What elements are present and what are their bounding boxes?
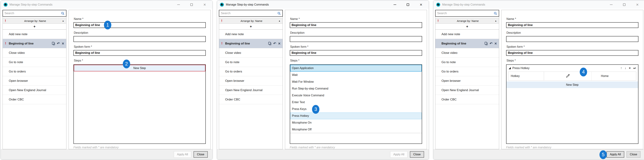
minimize-button[interactable] (609, 2, 614, 7)
name-field[interactable]: Beginning of line (290, 22, 422, 28)
description-field[interactable] (74, 36, 206, 42)
step-option-execute-voice-command[interactable]: Execute Voice Command (290, 92, 422, 99)
sidebar-item-go-to-note[interactable]: Go to note (219, 58, 282, 67)
copy-icon[interactable] (268, 42, 271, 45)
dialog-footer: Apply All Close (217, 149, 429, 160)
close-button[interactable]: Close (410, 151, 424, 158)
apply-all-button[interactable]: Apply All (174, 151, 191, 158)
maximize-icon (190, 3, 193, 6)
step-option-wait[interactable]: Wait (290, 72, 422, 78)
spoken-form-value: Beginning of line (292, 51, 316, 55)
search-input[interactable]: Search (2, 10, 66, 17)
description-field[interactable] (506, 36, 638, 42)
sidebar-item-order-cbc[interactable]: Order CBC (219, 95, 282, 104)
spoken-form-field[interactable]: Beginning of line (74, 50, 206, 56)
dragon-app-icon (4, 3, 8, 7)
description-label: Description (506, 31, 638, 34)
name-field[interactable]: Beginning of line (74, 22, 206, 28)
copy-icon[interactable] (484, 42, 488, 45)
undo-step-icon[interactable]: ↩ (634, 66, 636, 70)
minimize-button[interactable] (176, 2, 181, 7)
sidebar-item-add-new-note[interactable]: Add new note (3, 30, 66, 39)
sidebar-item-beginning-of-line[interactable]: ! Beginning of line ↶ × (3, 39, 66, 48)
sidebar-item-open-new-england-journal[interactable]: Open New England Journal (436, 86, 499, 95)
new-step-row[interactable]: New Step (506, 81, 638, 88)
sidebar-item-go-to-orders[interactable]: Go to orders (436, 67, 499, 76)
close-window-button[interactable]: × (419, 2, 423, 7)
dragon-app-icon (220, 3, 224, 7)
new-step-row[interactable]: New Step (74, 65, 206, 71)
step-option-wait-for-window[interactable]: Wait For Window (290, 78, 422, 85)
search-input[interactable]: Search (435, 10, 499, 17)
arrange-by-header[interactable]: ! Arrange by: Name ▲ (3, 18, 66, 24)
sidebar-item-go-to-note[interactable]: Go to note (436, 58, 499, 67)
add-command-button[interactable]: + (3, 24, 66, 30)
step-option-microphone-on[interactable]: Microphone On (290, 119, 422, 126)
maximize-button[interactable] (406, 2, 410, 7)
step-option-press-hotkey[interactable]: Press Hotkey (290, 113, 422, 119)
expander-icon[interactable] (509, 67, 511, 69)
error-icon: ! (5, 42, 8, 45)
add-command-button[interactable]: + (436, 24, 499, 30)
sidebar-item-add-new-note[interactable]: Add new note (436, 30, 499, 39)
delete-icon[interactable]: × (494, 42, 497, 46)
sidebar-item-open-browser[interactable]: Open browser (219, 76, 282, 86)
maximize-button[interactable] (189, 2, 194, 7)
name-field[interactable]: Beginning of line (506, 22, 638, 28)
step-option-run-step-by-step-command[interactable]: Run Step-by-step Command (290, 85, 422, 92)
step-option-press-keys[interactable]: Press Keys (290, 106, 422, 113)
dialog-window-1: Manage Step-by-step Commands × Search ! … (0, 0, 212, 160)
remove-step-icon[interactable]: × (629, 66, 631, 70)
step-group-header[interactable]: Press Hotkey ↑ ↓ × ↩ (506, 65, 638, 72)
sidebar-item-close-video[interactable]: Close video (3, 48, 66, 58)
row-action-icons: ↶ × (52, 42, 64, 46)
sidebar-item-add-new-note[interactable]: Add new note (219, 30, 282, 39)
undo-icon[interactable]: ↶ (273, 42, 276, 45)
step-option-open-application[interactable]: Open Application (290, 65, 422, 72)
close-window-button[interactable]: × (635, 2, 640, 7)
sidebar-item-close-video[interactable]: Close video (219, 48, 282, 58)
sidebar-item-open-new-england-journal[interactable]: Open New England Journal (219, 86, 282, 95)
search-input[interactable]: Search (219, 10, 283, 17)
sidebar-item-close-video[interactable]: Close video (436, 48, 499, 58)
apply-all-button[interactable]: Apply All (390, 151, 408, 158)
arrange-by-header[interactable]: ! Arrange by: Name ▲ (436, 18, 499, 24)
sidebar-item-open-new-england-journal[interactable]: Open New England Journal (3, 86, 66, 95)
delete-icon[interactable]: × (278, 42, 280, 46)
sidebar-item-beginning-of-line[interactable]: ! Beginning of line ↶ × (436, 39, 499, 48)
step-option-enter-text[interactable]: Enter Text (290, 99, 422, 106)
minimize-icon (177, 4, 180, 5)
minimize-button[interactable] (392, 2, 397, 7)
sidebar-item-go-to-orders[interactable]: Go to orders (3, 67, 66, 76)
arrange-by-header[interactable]: ! Arrange by: Name ▲ (219, 18, 282, 24)
close-button[interactable]: Close (626, 151, 640, 158)
description-field[interactable] (290, 36, 422, 42)
sidebar-item-open-browser[interactable]: Open browser (436, 76, 499, 86)
step-option-microphone-off[interactable]: Microphone Off (290, 126, 422, 133)
undo-icon[interactable]: ↶ (57, 42, 60, 45)
hotkey-label: Hotkey (508, 72, 544, 80)
delete-icon[interactable]: × (62, 42, 64, 46)
sidebar-item-go-to-note[interactable]: Go to note (3, 58, 66, 67)
sidebar-item-order-cbc[interactable]: Order CBC (3, 95, 66, 104)
apply-all-button[interactable]: Apply All (606, 151, 624, 158)
undo-icon[interactable]: ↶ (490, 42, 492, 45)
add-command-button[interactable]: + (219, 24, 282, 30)
move-down-icon[interactable]: ↓ (624, 66, 626, 70)
sidebar-item-go-to-orders[interactable]: Go to orders (219, 67, 282, 76)
sidebar-item-order-cbc[interactable]: Order CBC (436, 95, 499, 104)
list-divider (290, 133, 422, 133)
minimize-icon (610, 4, 612, 5)
spoken-form-field[interactable]: Beginning of line (506, 50, 638, 56)
close-button[interactable]: Close (194, 151, 208, 158)
close-window-button[interactable]: × (202, 2, 207, 7)
copy-icon[interactable] (52, 42, 55, 45)
step-toolbar: ↑ ↓ × ↩ (620, 66, 636, 70)
spoken-form-field[interactable]: Beginning of line (290, 50, 422, 56)
move-up-icon[interactable]: ↑ (620, 66, 622, 70)
sidebar-item-beginning-of-line[interactable]: ! Beginning of line ↶ × (219, 39, 282, 48)
maximize-button[interactable] (622, 2, 626, 7)
window-title: Manage Step-by-step Commands (226, 3, 269, 6)
row-action-icons: ↶ × (484, 42, 497, 46)
sidebar-item-open-browser[interactable]: Open browser (3, 76, 66, 86)
